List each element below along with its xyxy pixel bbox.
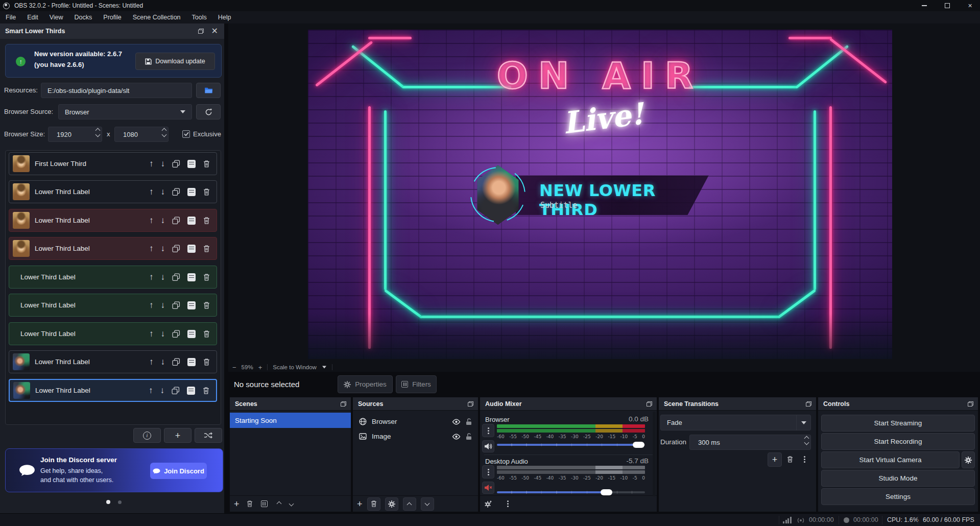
popout-icon[interactable] bbox=[647, 401, 652, 407]
mixer-header[interactable]: Audio Mixer bbox=[480, 397, 657, 411]
source-down-button[interactable] bbox=[421, 497, 434, 511]
scrollbar[interactable] bbox=[653, 412, 656, 496]
move-up-icon[interactable]: ↑ bbox=[149, 329, 154, 338]
duplicate-icon[interactable] bbox=[172, 358, 180, 366]
info-button[interactable]: i bbox=[133, 428, 161, 443]
remove-transition-button[interactable] bbox=[786, 456, 794, 463]
remove-scene-button[interactable] bbox=[246, 500, 253, 508]
close-icon[interactable]: ✕ bbox=[211, 29, 218, 34]
menu-view[interactable]: View bbox=[44, 11, 69, 23]
lower-third-row-selected[interactable]: Lower Third Label ↑↓ bbox=[9, 379, 217, 402]
lower-third-row[interactable]: Lower Third Label ↑↓ bbox=[9, 209, 217, 232]
channel-menu-button[interactable] bbox=[482, 424, 494, 437]
menu-tools[interactable]: Tools bbox=[186, 11, 212, 23]
shuffle-button[interactable] bbox=[195, 428, 222, 443]
browse-folder-button[interactable] bbox=[196, 83, 221, 98]
duplicate-icon[interactable] bbox=[172, 387, 180, 395]
popout-icon[interactable] bbox=[341, 401, 346, 407]
duplicate-icon[interactable] bbox=[172, 188, 180, 196]
trash-icon[interactable] bbox=[203, 160, 210, 168]
add-lower-third-button[interactable]: + bbox=[164, 428, 192, 443]
move-up-icon[interactable]: ↑ bbox=[149, 216, 154, 225]
add-transition-button[interactable]: + bbox=[768, 452, 782, 467]
start-streaming-button[interactable]: Start Streaming bbox=[821, 415, 975, 432]
duplicate-icon[interactable] bbox=[172, 160, 180, 168]
channel-menu-button[interactable] bbox=[482, 465, 494, 479]
edit-notes-icon[interactable] bbox=[187, 330, 196, 338]
edit-notes-icon[interactable] bbox=[187, 160, 196, 168]
menu-docks[interactable]: Docks bbox=[69, 11, 98, 23]
add-source-button[interactable]: + bbox=[357, 499, 363, 509]
menu-file[interactable]: File bbox=[0, 11, 21, 23]
edit-notes-icon[interactable] bbox=[187, 217, 196, 225]
lower-third-row[interactable]: First Lower Third ↑↓ bbox=[9, 152, 217, 175]
slider-handle[interactable] bbox=[601, 489, 612, 495]
trash-icon[interactable] bbox=[203, 330, 210, 338]
move-down-icon[interactable]: ↓ bbox=[161, 216, 165, 225]
move-down-icon[interactable]: ↓ bbox=[161, 329, 165, 338]
transitions-header[interactable]: Scene Transitions bbox=[659, 397, 816, 411]
exclusive-checkbox[interactable] bbox=[182, 130, 190, 138]
duplicate-icon[interactable] bbox=[172, 273, 180, 281]
spin-down-icon[interactable] bbox=[95, 132, 101, 137]
transition-menu-button[interactable] bbox=[804, 459, 805, 460]
edit-notes-icon[interactable] bbox=[187, 387, 195, 395]
duration-input[interactable] bbox=[690, 435, 777, 449]
restore-button[interactable] bbox=[943, 2, 951, 10]
zoom-out-button[interactable]: − bbox=[232, 364, 236, 371]
start-recording-button[interactable]: Start Recording bbox=[821, 433, 975, 450]
scenes-header[interactable]: Scenes bbox=[230, 397, 351, 411]
resources-input[interactable] bbox=[41, 83, 192, 98]
move-down-icon[interactable]: ↓ bbox=[161, 159, 165, 168]
duplicate-icon[interactable] bbox=[172, 217, 180, 225]
scale-mode-select[interactable]: Scale to Window bbox=[273, 364, 317, 370]
duplicate-icon[interactable] bbox=[172, 330, 180, 338]
remove-source-button[interactable] bbox=[367, 497, 380, 511]
mute-button[interactable] bbox=[482, 440, 494, 452]
trash-icon[interactable] bbox=[203, 188, 210, 196]
scene-item-selected[interactable]: Starting Soon bbox=[230, 413, 351, 428]
visibility-eye-icon[interactable] bbox=[452, 434, 461, 440]
scene-up-button[interactable] bbox=[276, 501, 281, 507]
move-down-icon[interactable]: ↓ bbox=[161, 244, 165, 253]
download-update-button[interactable]: Download update bbox=[135, 53, 215, 70]
edit-notes-icon[interactable] bbox=[187, 188, 196, 196]
lower-third-row[interactable]: Lower Third Label ↑↓ bbox=[9, 322, 217, 345]
move-up-icon[interactable]: ↑ bbox=[149, 187, 154, 196]
menu-profile[interactable]: Profile bbox=[98, 11, 127, 23]
transition-select[interactable]: Fade bbox=[660, 415, 811, 431]
trash-icon[interactable] bbox=[202, 387, 210, 395]
lower-third-row[interactable]: Lower Third Label ↑↓ bbox=[9, 350, 217, 373]
browser-source-select[interactable]: Browser bbox=[58, 104, 192, 119]
trash-icon[interactable] bbox=[203, 358, 210, 366]
source-up-button[interactable] bbox=[403, 497, 416, 511]
volume-slider[interactable] bbox=[497, 442, 645, 448]
lock-open-icon[interactable] bbox=[466, 418, 472, 425]
duration-stepper[interactable] bbox=[689, 435, 811, 450]
duplicate-icon[interactable] bbox=[172, 301, 180, 309]
browser-width-input[interactable] bbox=[49, 127, 81, 141]
source-row-image[interactable]: Image bbox=[353, 429, 478, 444]
edit-notes-icon[interactable] bbox=[187, 358, 196, 366]
move-down-icon[interactable]: ↓ bbox=[161, 301, 165, 309]
sources-header[interactable]: Sources bbox=[353, 397, 478, 411]
properties-button[interactable]: Properties bbox=[338, 375, 393, 393]
chevron-down-icon[interactable] bbox=[322, 366, 326, 369]
lower-third-row[interactable]: Lower Third Label ↑↓ bbox=[9, 294, 217, 317]
minimize-button[interactable] bbox=[920, 2, 928, 10]
lower-third-row[interactable]: Lower Third Label ↑↓ bbox=[9, 237, 217, 260]
advanced-audio-gear-icon[interactable] bbox=[484, 500, 492, 508]
mixer-menu-button[interactable] bbox=[507, 503, 509, 505]
menu-help[interactable]: Help bbox=[212, 11, 237, 23]
edit-notes-icon[interactable] bbox=[187, 273, 196, 281]
spin-down-icon[interactable] bbox=[804, 440, 809, 445]
join-discord-button[interactable]: Join Discord bbox=[150, 463, 207, 479]
source-row-browser[interactable]: Browser bbox=[353, 414, 478, 429]
plugin-dock-header[interactable]: Smart Lower Thirds ✕ bbox=[0, 23, 224, 39]
source-properties-button[interactable] bbox=[385, 497, 398, 511]
zoom-in-button[interactable]: + bbox=[258, 364, 262, 371]
trash-icon[interactable] bbox=[203, 245, 210, 253]
trash-icon[interactable] bbox=[203, 273, 210, 281]
move-up-icon[interactable]: ↑ bbox=[149, 244, 154, 253]
popout-icon[interactable] bbox=[468, 401, 473, 407]
